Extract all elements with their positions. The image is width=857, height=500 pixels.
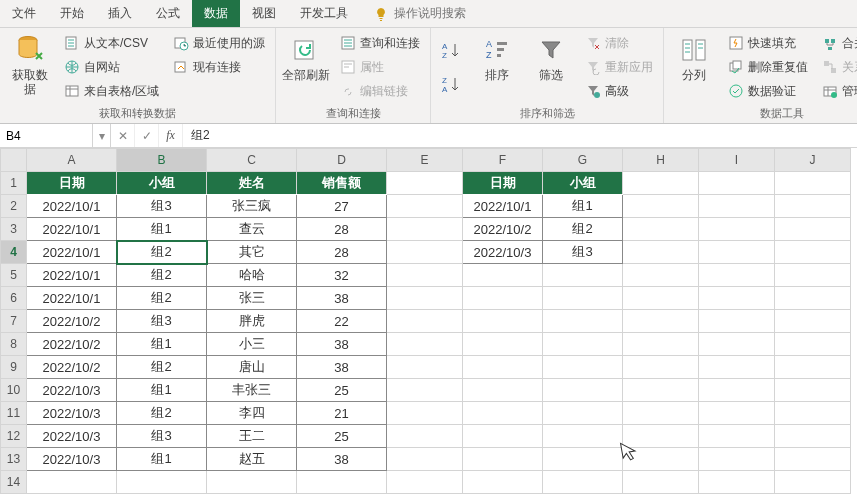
col-header-B[interactable]: B <box>117 149 207 172</box>
cell-F3[interactable]: 2022/10/2 <box>463 218 543 241</box>
col-header-D[interactable]: D <box>297 149 387 172</box>
cell-G5[interactable] <box>543 264 623 287</box>
worksheet[interactable]: ABCDEFGHIJ1日期小组姓名销售额日期小组22022/10/1组3张三疯2… <box>0 148 857 500</box>
cell-C2[interactable]: 张三疯 <box>207 195 297 218</box>
cell-C6[interactable]: 张三 <box>207 287 297 310</box>
cell-B6[interactable]: 组2 <box>117 287 207 310</box>
cell-F11[interactable] <box>463 402 543 425</box>
cell-H10[interactable] <box>623 379 699 402</box>
cell-C10[interactable]: 丰张三 <box>207 379 297 402</box>
sort-button[interactable]: AZ排序 <box>473 32 521 104</box>
cell-F1[interactable]: 日期 <box>463 172 543 195</box>
cell-I9[interactable] <box>699 356 775 379</box>
cell-G7[interactable] <box>543 310 623 333</box>
cell-C13[interactable]: 赵五 <box>207 448 297 471</box>
cell-F5[interactable] <box>463 264 543 287</box>
existing-conn-button[interactable]: 现有连接 <box>169 56 269 78</box>
remove-dup-button[interactable]: 删除重复值 <box>724 56 812 78</box>
cell-D14[interactable] <box>297 471 387 494</box>
from-table-button[interactable]: 来自表格/区域 <box>60 80 163 102</box>
cell-H7[interactable] <box>623 310 699 333</box>
cell-A10[interactable]: 2022/10/3 <box>27 379 117 402</box>
cell-J6[interactable] <box>775 287 851 310</box>
cell-E12[interactable] <box>387 425 463 448</box>
name-box-input[interactable] <box>6 129 86 143</box>
cell-I1[interactable] <box>699 172 775 195</box>
cell-A5[interactable]: 2022/10/1 <box>27 264 117 287</box>
get-data-button[interactable]: 获取数 据 <box>6 32 54 104</box>
cell-D2[interactable]: 27 <box>297 195 387 218</box>
cell-B9[interactable]: 组2 <box>117 356 207 379</box>
cell-E10[interactable] <box>387 379 463 402</box>
cell-H14[interactable] <box>623 471 699 494</box>
cell-C4[interactable]: 其它 <box>207 241 297 264</box>
recent-sources-button[interactable]: 最近使用的源 <box>169 32 269 54</box>
cell-C9[interactable]: 唐山 <box>207 356 297 379</box>
row-header-8[interactable]: 8 <box>1 333 27 356</box>
cell-A6[interactable]: 2022/10/1 <box>27 287 117 310</box>
cell-J1[interactable] <box>775 172 851 195</box>
cell-H8[interactable] <box>623 333 699 356</box>
cell-H5[interactable] <box>623 264 699 287</box>
col-header-A[interactable]: A <box>27 149 117 172</box>
row-header-2[interactable]: 2 <box>1 195 27 218</box>
cell-E14[interactable] <box>387 471 463 494</box>
cell-H9[interactable] <box>623 356 699 379</box>
clear-filter-button[interactable]: 清除 <box>581 32 657 54</box>
cell-D6[interactable]: 38 <box>297 287 387 310</box>
cell-F6[interactable] <box>463 287 543 310</box>
cell-F12[interactable] <box>463 425 543 448</box>
cell-F14[interactable] <box>463 471 543 494</box>
name-box-dropdown[interactable]: ▾ <box>93 124 111 147</box>
cell-D9[interactable]: 38 <box>297 356 387 379</box>
cell-E5[interactable] <box>387 264 463 287</box>
tab-file[interactable]: 文件 <box>0 0 48 27</box>
edit-links-button[interactable]: 编辑链接 <box>336 80 424 102</box>
cell-J7[interactable] <box>775 310 851 333</box>
row-header-5[interactable]: 5 <box>1 264 27 287</box>
cell-H12[interactable] <box>623 425 699 448</box>
properties-button[interactable]: 属性 <box>336 56 424 78</box>
select-all-corner[interactable] <box>1 149 27 172</box>
cell-E13[interactable] <box>387 448 463 471</box>
cell-F4[interactable]: 2022/10/3 <box>463 241 543 264</box>
cell-G13[interactable] <box>543 448 623 471</box>
cell-B3[interactable]: 组1 <box>117 218 207 241</box>
cell-A12[interactable]: 2022/10/3 <box>27 425 117 448</box>
cell-D12[interactable]: 25 <box>297 425 387 448</box>
cell-C12[interactable]: 王二 <box>207 425 297 448</box>
cell-D3[interactable]: 28 <box>297 218 387 241</box>
cell-D7[interactable]: 22 <box>297 310 387 333</box>
cell-J11[interactable] <box>775 402 851 425</box>
advanced-filter-button[interactable]: 高级 <box>581 80 657 102</box>
cell-E3[interactable] <box>387 218 463 241</box>
reapply-button[interactable]: 重新应用 <box>581 56 657 78</box>
cell-B12[interactable]: 组3 <box>117 425 207 448</box>
consolidate-button[interactable]: 合并计算 <box>818 32 857 54</box>
cell-G10[interactable] <box>543 379 623 402</box>
col-header-J[interactable]: J <box>775 149 851 172</box>
cell-G11[interactable] <box>543 402 623 425</box>
cell-H13[interactable] <box>623 448 699 471</box>
cell-J2[interactable] <box>775 195 851 218</box>
cell-H3[interactable] <box>623 218 699 241</box>
cell-A4[interactable]: 2022/10/1 <box>27 241 117 264</box>
data-validation-button[interactable]: 数据验证 <box>724 80 812 102</box>
cell-B14[interactable] <box>117 471 207 494</box>
cell-I2[interactable] <box>699 195 775 218</box>
cell-I7[interactable] <box>699 310 775 333</box>
cell-B1[interactable]: 小组 <box>117 172 207 195</box>
cell-D11[interactable]: 21 <box>297 402 387 425</box>
name-box[interactable] <box>0 124 93 147</box>
text-to-columns-button[interactable]: 分列 <box>670 32 718 104</box>
cell-G1[interactable]: 小组 <box>543 172 623 195</box>
tab-view[interactable]: 视图 <box>240 0 288 27</box>
cell-B4[interactable]: 组2 <box>117 241 207 264</box>
cell-A7[interactable]: 2022/10/2 <box>27 310 117 333</box>
row-header-6[interactable]: 6 <box>1 287 27 310</box>
from-web-button[interactable]: 自网站 <box>60 56 163 78</box>
row-header-1[interactable]: 1 <box>1 172 27 195</box>
cell-E6[interactable] <box>387 287 463 310</box>
cell-C3[interactable]: 查云 <box>207 218 297 241</box>
cell-B13[interactable]: 组1 <box>117 448 207 471</box>
